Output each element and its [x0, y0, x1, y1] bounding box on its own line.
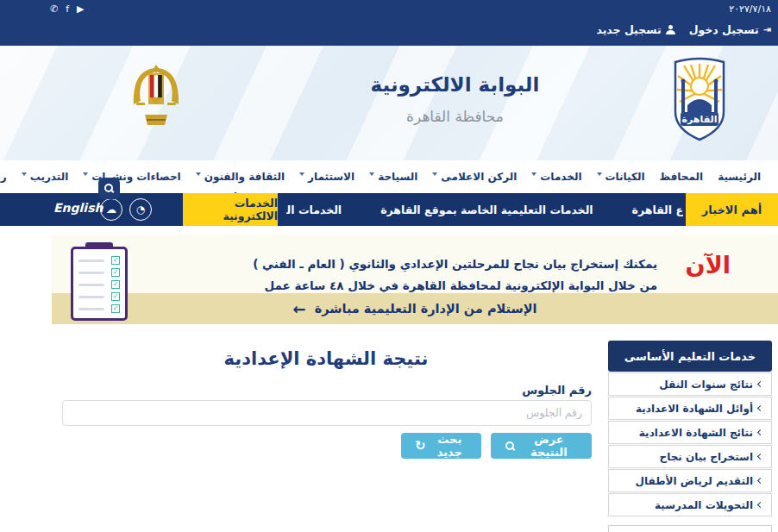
nav-label: الركن الاعلامى [441, 171, 517, 183]
strip-text: الإستلام من الإدارة التعليمية مباشرة [315, 302, 537, 316]
sidebar-item-label: نتائج الشهادة الاعدادية [639, 427, 753, 439]
chevron-down-icon [83, 172, 88, 176]
left-arrow-icon: ← [293, 300, 306, 318]
ticker-item[interactable]: ع القاهرة [632, 203, 683, 216]
new-search-label: بحث جديد [432, 433, 467, 459]
announcement-banner: الآن يمكنك إستخراج بيان نجاح للمرحلتين ا… [52, 235, 778, 324]
facebook-icon[interactable]: f [66, 3, 69, 16]
sidebar-item-label: التحويلات المدرسية [655, 499, 753, 511]
search-icon [505, 441, 514, 452]
nav-item-governor[interactable]: المحافظ [660, 171, 704, 183]
register-link[interactable]: تسجيل جديد [596, 23, 674, 36]
seat-number-label: رقم الجلوس [60, 384, 592, 397]
chevron-down-icon [299, 172, 304, 176]
form-actions: عرض النتيجة بحث جديد ↻ [62, 433, 592, 459]
nav-label: رياضة [0, 171, 7, 183]
header: البوابة الالكترونية محافظة القاهرة القاه… [0, 46, 778, 160]
sidebar-item-top-students[interactable]: أوائل الشهادة الاعدادية [608, 397, 772, 420]
sidebar-item-label: التقديم لرياض الأطفال [636, 475, 753, 487]
chevron-down-icon [22, 172, 27, 176]
chevron-down-icon [531, 172, 536, 176]
nav-item-tourism[interactable]: السياحة [369, 171, 417, 183]
nav-label: المحافظ [660, 171, 704, 183]
new-search-button[interactable]: بحث جديد ↻ [401, 433, 481, 459]
checklist-illustration: ✓ ✓ ✓ ✓ ✓ [71, 247, 128, 321]
show-result-button[interactable]: عرض النتيجة [491, 433, 592, 459]
sidebar-next-section [608, 525, 772, 532]
page-title: نتيجة الشهادة الإعدادية [60, 348, 592, 369]
current-date: ٢٠٢٧/٧/١٨ [729, 3, 771, 15]
nav-label: الكيانات [605, 171, 645, 183]
chevron-down-icon [369, 172, 374, 176]
nav-item-media[interactable]: الركن الاعلامى [432, 171, 517, 183]
nav-item-investment[interactable]: الاستثمار [299, 171, 354, 183]
utility-row: ✆ f ▶ ٢٠٢٧/٧/١٨ [0, 0, 778, 19]
language-toggle[interactable]: English [53, 201, 103, 215]
top-bar: ✆ f ▶ ٢٠٢٧/٧/١٨ ⇥ تسجيل دخول تسجيل جديد [0, 0, 778, 46]
sidebar-item-label: نتائج سنوات النقل [659, 379, 753, 391]
nav-label: السياحة [378, 171, 417, 183]
nav-item-entities[interactable]: الكيانات [597, 171, 645, 183]
checkbox-icon: ✓ [111, 268, 120, 277]
sidebar-item-success-statement[interactable]: استخراج بيان نجاح [608, 445, 772, 468]
news-ticker: ع القاهرة الخدمات التعليمية الخاصة بموقع… [286, 193, 683, 226]
sidebar-item-kindergarten[interactable]: التقديم لرياض الأطفال [608, 469, 772, 492]
eservices-tab[interactable]: الخدمات الالكترونية [183, 193, 278, 226]
cairo-governorate-logo: القاهرة [667, 57, 732, 143]
nav-item-home[interactable]: الرئيسية [718, 171, 761, 183]
login-icon: ⇥ [763, 24, 771, 35]
announcement-line1: يمكنك إستخراج بيان نجاح للمرحلتين الإعدا… [235, 253, 657, 275]
chevron-left-icon [757, 478, 763, 484]
nav-item-services[interactable]: الخدمات [531, 171, 581, 183]
sidebar-item-prep-results[interactable]: نتائج الشهادة الاعدادية [608, 421, 772, 444]
nav-label: الخدمات [540, 171, 581, 183]
clock-icon[interactable]: ◔ [129, 198, 152, 221]
nav-label: التدريب [30, 171, 69, 183]
cloud-icon[interactable]: ☁ [100, 198, 122, 221]
sidebar-item-transfer-results[interactable]: نتائج سنوات النقل [608, 372, 772, 396]
nav-label: الرئيسية [718, 171, 761, 183]
chevron-left-icon [757, 405, 763, 411]
sidebar-item-label: أوائل الشهادة الاعدادية [636, 403, 753, 415]
login-label: تسجيل دخول [689, 23, 759, 36]
sidebar-title: خدمات التعليم الأساسى [608, 341, 772, 372]
chevron-left-icon [757, 429, 763, 435]
show-result-label: عرض النتيجة [520, 433, 578, 459]
nav-item-culture[interactable]: الثقافة والفنون [196, 171, 285, 183]
ticker-item[interactable]: الخدمات التعليمية الخاصة بموقع القاهرة [380, 203, 593, 216]
clipboard-clip [85, 242, 113, 249]
chevron-down-icon [597, 172, 602, 176]
whatsapp-icon[interactable]: ✆ [50, 3, 58, 16]
chevron-left-icon [757, 454, 763, 460]
seat-number-input[interactable] [62, 400, 592, 426]
sidebar-item-school-transfers[interactable]: التحويلات المدرسية [608, 493, 772, 516]
governorate-subtitle: محافظة القاهرة [362, 108, 548, 125]
svg-text:القاهرة: القاهرة [682, 114, 718, 125]
top-news-label[interactable]: أهم الاخبار [686, 193, 778, 226]
page: { "topbar": { "date": "٢٠٢٧/٧/١٨", "logi… [0, 0, 778, 532]
announcement-text: يمكنك إستخراج بيان نجاح للمرحلتين الإعدا… [235, 253, 657, 297]
login-link[interactable]: ⇥ تسجيل دخول [689, 23, 771, 36]
auth-row: ⇥ تسجيل دخول تسجيل جديد [596, 23, 771, 36]
announcement-strip: الإستلام من الإدارة التعليمية مباشرة ← [52, 293, 778, 324]
chevron-down-icon [432, 172, 437, 176]
nav-item-sports[interactable]: رياضة [0, 171, 7, 183]
checkbox-icon: ✓ [111, 256, 120, 265]
refresh-icon: ↻ [415, 438, 426, 454]
sidebar: خدمات التعليم الأساسى نتائج سنوات النقل … [608, 341, 772, 516]
social-links: ✆ f ▶ [50, 3, 85, 16]
sidebar-item-label: استخراج بيان نجاح [659, 451, 753, 463]
now-label: الآن [686, 252, 731, 279]
checkbox-icon: ✓ [111, 292, 120, 301]
ticker-item[interactable]: الخدمات التعليمية الد [286, 203, 342, 216]
egypt-eagle-logo [129, 59, 183, 130]
nav-label: الاستثمار [308, 171, 354, 183]
checkbox-icon: ✓ [111, 280, 120, 289]
nav-label: الثقافة والفنون [204, 171, 285, 183]
search-button[interactable] [98, 178, 120, 199]
youtube-icon[interactable]: ▶ [77, 3, 84, 16]
chevron-left-icon [757, 381, 763, 387]
user-plus-icon [666, 25, 675, 34]
nav-item-training[interactable]: التدريب [22, 171, 69, 183]
checkbox-icon: ✓ [111, 304, 120, 313]
